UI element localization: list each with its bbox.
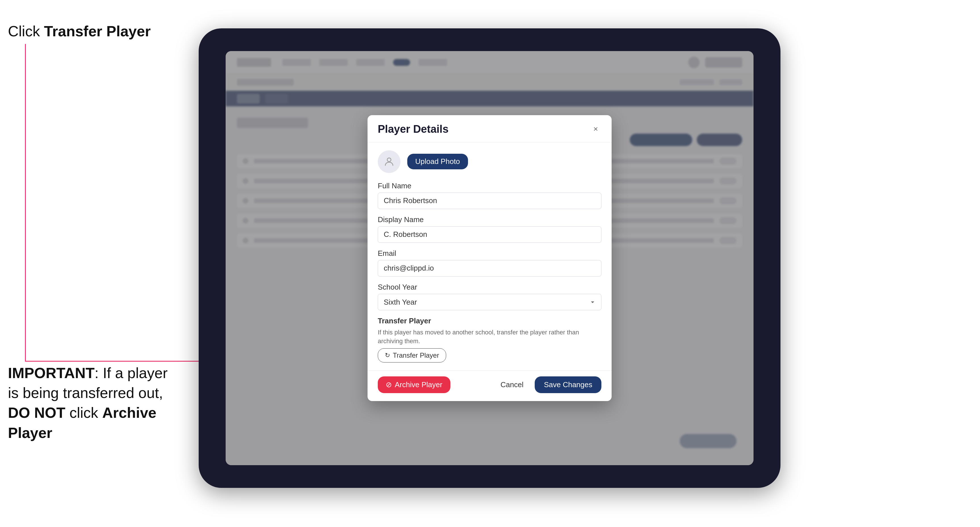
transfer-player-button[interactable]: ↻ Transfer Player (378, 348, 446, 362)
avatar-circle (378, 150, 401, 173)
save-changes-button[interactable]: Save Changes (535, 376, 601, 393)
transfer-btn-label: Transfer Player (393, 351, 439, 359)
full-name-label: Full Name (378, 181, 601, 190)
email-input[interactable] (378, 260, 601, 276)
full-name-group: Full Name (378, 181, 601, 209)
do-not-label: DO NOT (8, 405, 65, 421)
instruction-top: Click Transfer Player (8, 23, 151, 40)
transfer-player-section: Transfer Player If this player has moved… (378, 316, 601, 363)
arrow-vertical (25, 44, 26, 362)
modal-body: Upload Photo Full Name Display Name (368, 142, 612, 371)
instruction-bottom: IMPORTANT: If a player is being transfer… (8, 363, 173, 443)
transfer-icon: ↻ (385, 352, 390, 359)
transfer-section-label: Transfer Player (378, 316, 601, 325)
cancel-button[interactable]: Cancel (495, 376, 529, 393)
player-details-modal: Player Details × Upload Photo (368, 115, 612, 402)
display-name-input[interactable] (378, 226, 601, 243)
archive-btn-label: Archive Player (395, 380, 442, 389)
school-year-group: School Year Sixth Year (378, 283, 601, 310)
avatar-upload-row: Upload Photo (378, 150, 601, 173)
display-name-group: Display Name (378, 215, 601, 243)
tablet-frame: Player Details × Upload Photo (199, 29, 781, 488)
email-label: Email (378, 249, 601, 258)
school-year-label: School Year (378, 283, 601, 292)
archive-player-button[interactable]: ⊘ Archive Player (378, 376, 450, 393)
svg-point-0 (387, 158, 391, 161)
modal-close-button[interactable]: × (590, 123, 601, 135)
school-year-select[interactable]: Sixth Year (378, 294, 601, 310)
important-label: IMPORTANT (8, 365, 94, 381)
modal-title: Player Details (378, 123, 449, 135)
instruction-bottom-rest2: click (65, 405, 102, 421)
full-name-input[interactable] (378, 193, 601, 209)
archive-icon: ⊘ (386, 380, 392, 389)
footer-right-actions: Cancel Save Changes (495, 376, 602, 393)
display-name-label: Display Name (378, 215, 601, 224)
instruction-prefix: Click (8, 23, 44, 40)
tablet-screen: Player Details × Upload Photo (226, 51, 754, 465)
instruction-bold: Transfer Player (44, 23, 151, 40)
upload-photo-button[interactable]: Upload Photo (407, 154, 468, 169)
modal-overlay: Player Details × Upload Photo (226, 51, 754, 465)
modal-footer: ⊘ Archive Player Cancel Save Changes (368, 370, 612, 401)
email-group: Email (378, 249, 601, 276)
modal-header: Player Details × (368, 115, 612, 142)
transfer-section-description: If this player has moved to another scho… (378, 328, 601, 346)
